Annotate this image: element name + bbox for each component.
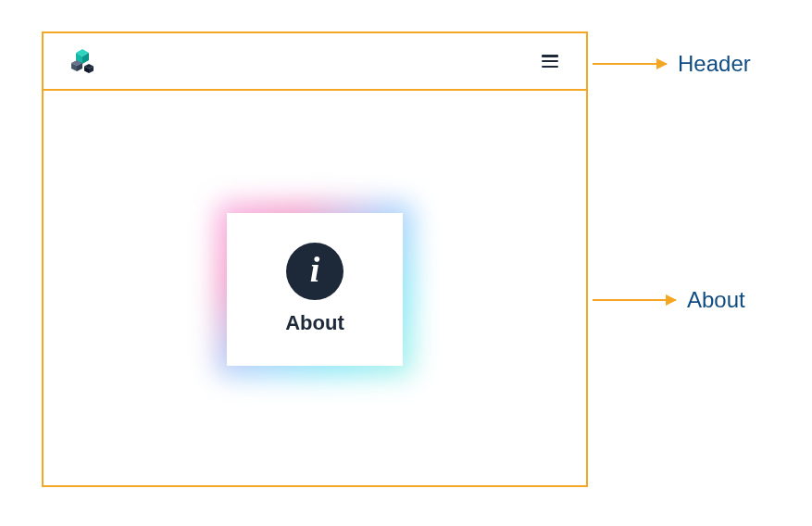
info-icon: i (286, 243, 344, 300)
about-label: About (285, 311, 344, 335)
cubes-logo-icon (69, 47, 97, 75)
arrow-line (593, 299, 676, 301)
annotation-header-label: Header (678, 51, 751, 77)
arrow-head-icon (656, 58, 668, 69)
about-card-wrapper: i About (227, 213, 403, 366)
about-card[interactable]: i About (227, 213, 403, 366)
content-area: i About (44, 93, 586, 485)
header-bar (44, 33, 586, 91)
annotation-header: Header (593, 51, 751, 77)
arrow-line (593, 63, 667, 65)
arrow-head-icon (666, 294, 677, 306)
annotation-about-label: About (687, 287, 745, 313)
app-frame: i About (42, 31, 588, 487)
hamburger-menu-icon[interactable] (542, 55, 558, 68)
info-glyph: i (310, 252, 320, 287)
annotation-about: About (593, 287, 745, 313)
